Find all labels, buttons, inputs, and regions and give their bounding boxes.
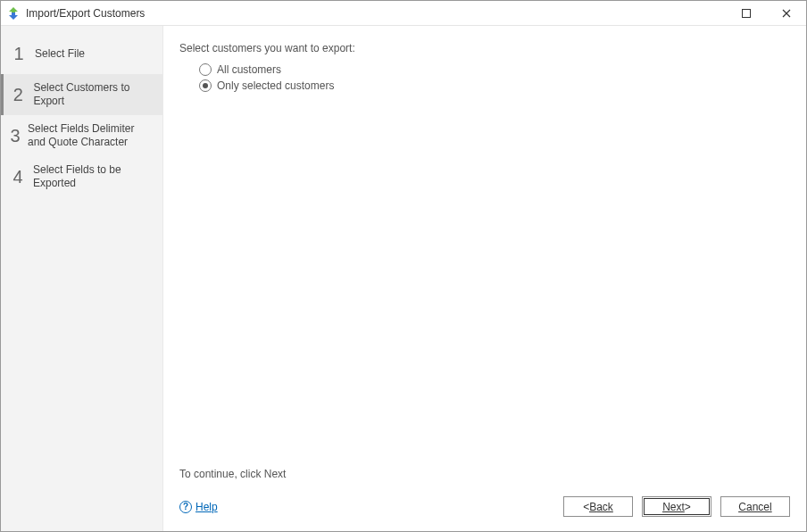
- radio-all-customers[interactable]: All customers: [199, 63, 790, 76]
- step-number: 1: [10, 44, 28, 64]
- step-3[interactable]: 3 Select Fields Delimiter and Quote Char…: [1, 115, 162, 156]
- steps-sidebar: 1 Select File 2 Select Customers to Expo…: [1, 26, 163, 531]
- radio-icon: [199, 63, 212, 76]
- main-panel: Select customers you want to export: All…: [163, 26, 806, 531]
- radio-label: All customers: [217, 63, 281, 76]
- step-label: Select Fields to be Exported: [33, 163, 154, 190]
- help-icon: ?: [179, 501, 192, 513]
- step-1[interactable]: 1 Select File: [1, 33, 162, 74]
- close-button[interactable]: [766, 1, 806, 26]
- cancel-button[interactable]: Cancel: [720, 496, 790, 517]
- next-button[interactable]: Next >: [642, 496, 711, 517]
- help-label: Help: [196, 501, 218, 513]
- maximize-button[interactable]: [726, 1, 766, 26]
- step-label: Select Fields Delimiter and Quote Charac…: [28, 122, 154, 149]
- help-link[interactable]: ? Help: [179, 501, 218, 513]
- app-icon: [6, 6, 21, 21]
- step-label: Select File: [35, 47, 85, 61]
- continue-hint: To continue, click Next: [179, 468, 790, 480]
- step-number: 2: [10, 85, 26, 105]
- svg-rect-0: [742, 9, 750, 17]
- footer: ? Help < Back Next > Cancel: [179, 495, 790, 522]
- wizard-window: Import/Export Customers 1 Select File 2 …: [0, 0, 807, 532]
- step-number: 3: [10, 126, 21, 146]
- back-button[interactable]: < Back: [563, 496, 633, 517]
- step-label: Select Customers to Export: [33, 81, 154, 108]
- step-2[interactable]: 2 Select Customers to Export: [1, 74, 162, 115]
- step-4[interactable]: 4 Select Fields to be Exported: [1, 156, 162, 197]
- title-bar: Import/Export Customers: [1, 1, 806, 26]
- export-scope-radio-group: All customers Only selected customers: [199, 63, 790, 92]
- radio-label: Only selected customers: [217, 79, 334, 92]
- wizard-body: 1 Select File 2 Select Customers to Expo…: [1, 26, 806, 531]
- instruction-text: Select customers you want to export:: [179, 42, 790, 54]
- step-number: 4: [10, 167, 26, 187]
- radio-only-selected-customers[interactable]: Only selected customers: [199, 79, 790, 92]
- window-title: Import/Export Customers: [26, 7, 145, 20]
- radio-icon: [199, 79, 212, 92]
